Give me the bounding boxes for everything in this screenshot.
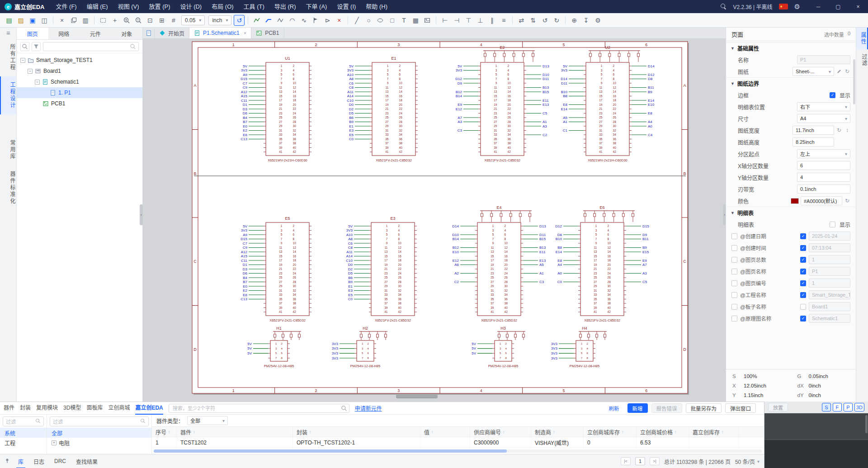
source-item-1[interactable]: 工程 [0, 438, 47, 448]
checkbox[interactable] [800, 316, 806, 321]
value-input[interactable]: #A00000(默认) [801, 196, 842, 205]
rotate-cw-icon[interactable]: ↻ [551, 15, 562, 26]
dropdown-select[interactable]: Sheet-... [793, 67, 834, 76]
sort-icon[interactable]: ↕ [722, 430, 724, 434]
action-button-4[interactable]: 弹出窗口 [725, 403, 756, 413]
current-page[interactable]: 1 [635, 457, 645, 465]
place-button[interactable]: 放置 [768, 403, 788, 411]
menu-item-9[interactable]: 设置 (I) [332, 0, 361, 13]
checkbox[interactable] [731, 292, 737, 298]
menu-item-6[interactable]: 工具 (T) [239, 0, 269, 13]
panel-tab-3[interactable]: 对象 [111, 28, 143, 39]
zoom-fit-icon[interactable]: ⊡ [145, 15, 156, 26]
table-row[interactable]: 1TCST1202OPTO-TH_TCST1202-1C3000900VISHA… [152, 437, 764, 448]
tree-expander-icon[interactable]: − [20, 58, 25, 63]
value-input[interactable]: 2025-01-24 [809, 232, 850, 241]
value-input[interactable]: 11.7inch [793, 126, 834, 135]
tree-item-2[interactable]: −Schematic1 [17, 76, 142, 87]
column-header-8[interactable]: 嘉立创库存↕ [689, 427, 739, 437]
class-item-1[interactable]: +电阻 [47, 438, 151, 448]
open-file-icon[interactable]: ▨ [15, 15, 26, 26]
preview-scrollbar[interactable] [865, 415, 868, 433]
wire-icon[interactable] [251, 15, 262, 26]
color-swatch[interactable] [791, 198, 799, 204]
grid-icon[interactable]: # [168, 15, 179, 26]
library-tab-3[interactable]: 3D模型 [63, 402, 81, 415]
value-input[interactable]: Schematic1 [809, 314, 850, 323]
menu-item-1[interactable]: 编辑 (E) [82, 0, 113, 13]
value-input[interactable]: 1 [809, 255, 850, 264]
sort-icon[interactable]: ↕ [675, 430, 677, 434]
zoom-in-icon[interactable] [121, 15, 132, 26]
doc-tab-1[interactable]: P1.Schematic1× [189, 28, 251, 38]
panel-tab-0[interactable]: 图页 [17, 28, 48, 39]
checkbox[interactable] [830, 222, 835, 227]
distribute-h-icon[interactable]: ∥ [486, 15, 497, 26]
refresh-icon[interactable]: ↻ [844, 198, 850, 204]
filter-input[interactable]: 过滤 [3, 416, 44, 426]
copy-icon[interactable] [68, 15, 79, 26]
checkbox[interactable] [731, 245, 737, 251]
column-header-2[interactable]: 封装↕ [293, 427, 420, 437]
action-button-1[interactable]: 新增 [627, 403, 648, 413]
rotate-icon[interactable]: ↻ [836, 127, 842, 133]
column-header-4[interactable]: 供应商编号↕ [470, 427, 531, 437]
checkbox[interactable] [731, 269, 737, 274]
status-tab-0[interactable]: 库 [16, 454, 25, 468]
checkbox[interactable] [800, 233, 806, 239]
mirror-h-icon[interactable]: ⇄ [516, 15, 527, 26]
menu-item-8[interactable]: 下单 (A) [301, 0, 332, 13]
text-icon[interactable]: T [398, 15, 409, 26]
action-button-2[interactable]: 报告错误 [651, 403, 682, 413]
new-document-icon[interactable] [143, 28, 155, 38]
value-input[interactable]: 8.25inch [793, 137, 834, 147]
value-input[interactable]: P1 [797, 55, 850, 64]
rotate-ccw-icon[interactable]: ↺ [539, 15, 550, 26]
pin-panel-icon[interactable] [5, 458, 10, 465]
distribute-v-icon[interactable]: ≡ [498, 15, 509, 26]
new-file-icon[interactable]: ▤ [4, 15, 14, 26]
library-tab-5[interactable]: 立创商城 [108, 402, 130, 415]
table-horizontal-scrollbar[interactable] [154, 449, 762, 453]
column-header-6[interactable]: 立创商城库存↕ [584, 427, 637, 437]
settings-icon[interactable]: ⚙ [592, 15, 603, 26]
refresh-icon[interactable]: ↻ [844, 68, 850, 75]
column-header-0[interactable]: 序号↕ [152, 427, 177, 437]
pencil-icon[interactable] [836, 68, 842, 75]
bus-icon[interactable] [263, 15, 274, 26]
preview-toggle-S[interactable]: S [822, 403, 831, 411]
column-header-1[interactable]: 器件↕ [177, 427, 293, 437]
select-area-icon[interactable] [98, 15, 108, 26]
menu-item-5[interactable]: 布局 (O) [207, 0, 238, 13]
menu-item-2[interactable]: 视图 (V) [113, 0, 144, 13]
bezier-icon[interactable]: ∿ [298, 15, 309, 26]
checkbox[interactable] [731, 304, 737, 310]
status-tab-3[interactable]: 查找结果 [74, 454, 99, 468]
ellipse-icon[interactable] [375, 15, 386, 26]
sort-icon[interactable]: ↕ [309, 430, 311, 434]
close-icon[interactable]: × [244, 30, 246, 36]
menu-item-10[interactable]: 帮助 (H) [361, 0, 392, 13]
menu-item-7[interactable]: 导出 (R) [269, 0, 301, 13]
checkbox[interactable] [731, 280, 737, 286]
filter-funnel-icon[interactable] [32, 42, 41, 51]
polyline-icon[interactable] [275, 15, 286, 26]
action-button-0[interactable]: 刷新 [604, 403, 624, 413]
rect-icon[interactable]: □ [387, 15, 397, 26]
save-icon[interactable]: ▣ [27, 15, 38, 26]
right-strip-tab-1[interactable]: 过滤 [856, 49, 868, 71]
value-input[interactable]: Board1 [809, 302, 850, 311]
value-input[interactable]: 0.1inch [797, 184, 850, 194]
search-icon[interactable] [721, 4, 726, 9]
menu-item-3[interactable]: 放置 (P) [144, 0, 175, 13]
import-icon[interactable]: ◫ [39, 15, 50, 26]
net-label-icon[interactable] [310, 15, 321, 26]
doc-tab-0[interactable]: 开始页 [155, 28, 189, 38]
menu-item-4[interactable]: 设计 (D) [175, 0, 207, 13]
expand-icon[interactable]: + [52, 440, 57, 445]
left-strip-tab-0[interactable]: 所有工程 [0, 38, 16, 76]
cut-icon[interactable]: × [57, 15, 67, 26]
checkbox[interactable] [800, 245, 806, 251]
panel-tab-2[interactable]: 元件 [80, 28, 111, 39]
value-input[interactable]: 07:13:04 [809, 243, 850, 252]
